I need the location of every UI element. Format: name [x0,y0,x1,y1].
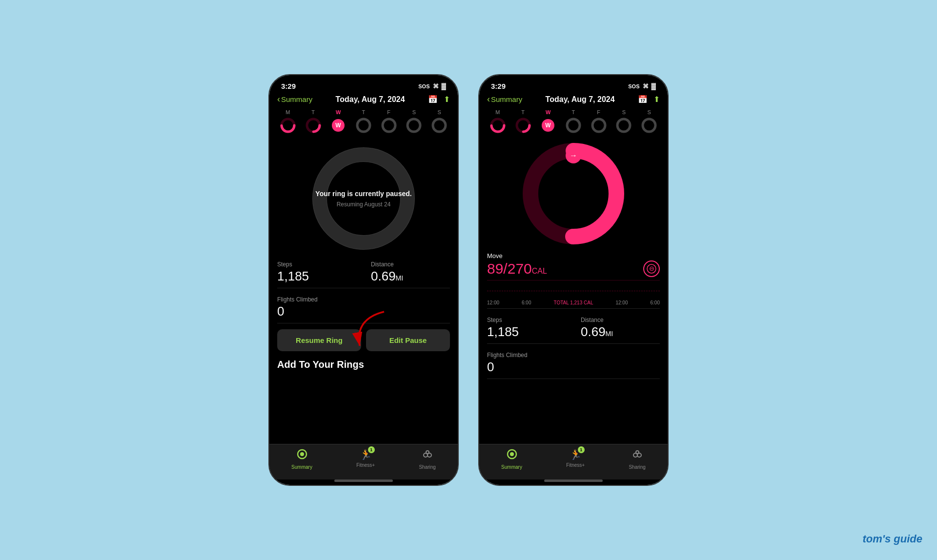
ring-resuming-text: Resuming August 24 [315,201,411,208]
sharing-icon-left [422,448,433,463]
distance-label-right: Distance [581,317,660,323]
content-left: Your ring is currently paused. Resuming … [269,136,458,444]
day-item-f-right[interactable]: F [590,109,608,134]
day-item-t2-left[interactable]: T [355,109,372,134]
svg-point-17 [426,451,429,454]
header-right: ‹ Summary Today, Aug 7, 2024 📅 ⬆ [479,92,668,107]
back-label-left[interactable]: Summary [281,95,312,103]
day-item-w-left[interactable]: W W [329,109,347,134]
tab-sharing-left[interactable]: Sharing [419,448,435,470]
move-section: Move 89/270CAL ⊖ [487,247,660,280]
tab-fitness-right[interactable]: 🏃 1 Fitness+ [566,448,585,470]
flights-row-right: Flights Climbed 0 [487,348,660,379]
battery-icon-right: ▓ [652,82,656,90]
share-icon-left[interactable]: ⬆ [444,95,450,104]
fitness-icon-right: 🏃 1 [570,448,582,461]
distance-stat-right: Distance 0.69MI [581,317,660,340]
day-item-s2-left[interactable]: S [430,109,448,134]
back-button-left[interactable]: ‹ Summary [277,94,312,104]
chart-labels: 12:00 6:00 TOTAL 1,213 CAL 12:00 6:00 [487,300,660,305]
tab-summary-label-right: Summary [501,464,522,470]
sos-left: SOS [418,83,429,89]
chevron-left-icon-left: ‹ [277,94,280,104]
day-item-w-right[interactable]: W W [539,109,557,134]
flights-row-left: Flights Climbed 0 [277,292,450,323]
status-bar-left: 3:29 SOS ⌘ ▓ [269,75,458,92]
steps-label-left: Steps [277,261,356,268]
svg-text:⊖: ⊖ [649,265,654,272]
header-title-right: Today, Aug 7, 2024 [526,95,634,104]
ring-tip-arrow: → [566,148,581,163]
tab-summary-left[interactable]: Summary [291,448,312,470]
tab-fitness-label-left: Fitness+ [356,462,375,468]
day-item-t1-right[interactable]: T [514,109,532,134]
sharing-icon-right [631,448,643,463]
svg-text:W: W [546,122,551,129]
chart-total: TOTAL 1,213 CAL [554,300,593,305]
add-rings-title: Add To Your Rings [277,359,450,370]
edit-pause-button[interactable]: Edit Pause [366,329,450,351]
day-item-t1-left[interactable]: T [305,109,322,134]
summary-icon-right [506,448,518,463]
flights-label-right: Flights Climbed [487,352,660,359]
stats-row-right: Steps 1,185 Distance 0.69MI [487,313,660,344]
svg-point-14 [300,452,304,456]
move-label: Move [487,252,660,260]
day-item-t2-right[interactable]: T [565,109,582,134]
tab-summary-right[interactable]: Summary [501,448,522,470]
wifi-icon-left: ⌘ [433,83,439,90]
day-item-f-left[interactable]: F [380,109,398,134]
back-button-right[interactable]: ‹ Summary [487,94,522,104]
ring-paused-container: Your ring is currently paused. Resuming … [277,140,450,257]
week-strip-left: M T [269,107,458,136]
move-edit-button[interactable]: ⊖ [643,260,660,277]
calendar-icon-left[interactable]: 📅 [428,95,438,104]
flights-label-left: Flights Climbed [277,296,450,303]
tab-fitness-left[interactable]: 🏃 1 Fitness+ [356,448,375,470]
tab-summary-label-left: Summary [291,464,312,470]
header-icons-left: 📅 ⬆ [428,95,450,104]
move-value-text: 89/270CAL [487,260,547,277]
distance-value-right: 0.69MI [581,324,660,340]
sos-right: SOS [628,83,639,89]
chart-label-1: 12:00 [487,300,499,305]
left-phone: 3:29 SOS ⌘ ▓ ‹ Summary Today, Aug 7, 202… [268,74,459,486]
status-icons-right: SOS ⌘ ▓ [628,82,656,90]
svg-point-7 [383,119,395,132]
calendar-icon-right[interactable]: 📅 [638,95,648,104]
steps-label-right: Steps [487,317,566,323]
back-label-right[interactable]: Summary [491,95,522,103]
right-phone: 3:29 SOS ⌘ ▓ ‹ Summary Today, Aug 7, 202… [478,74,669,486]
tab-bar-right: Summary 🏃 1 Fitness+ [479,444,668,480]
steps-value-right: 1,185 [487,324,566,340]
day-item-s1-right[interactable]: S [615,109,632,134]
stats-row-left: Steps 1,185 Distance 0.69MI [277,257,450,288]
content-right: → Move 89/270CAL ⊖ [479,136,668,444]
day-item-m-left[interactable]: M [279,109,297,134]
chart-section: 12:00 6:00 TOTAL 1,213 CAL 12:00 6:00 [487,280,660,309]
fitness-badge-right: 1 [578,446,585,453]
day-item-s2-right[interactable]: S [640,109,658,134]
distance-value-left: 0.69MI [371,269,450,284]
summary-icon-left [296,448,308,463]
week-strip-right: M T [479,107,668,136]
ring-paused-text: Your ring is currently paused. [315,189,411,199]
buttons-row: Resume Ring Edit Pause [277,329,450,351]
day-item-s1-left[interactable]: S [405,109,423,134]
resume-ring-button[interactable]: Resume Ring [277,329,361,351]
svg-point-9 [433,119,446,132]
header-title-left: Today, Aug 7, 2024 [316,95,424,104]
phones-container: 3:29 SOS ⌘ ▓ ‹ Summary Today, Aug 7, 202… [268,74,669,486]
day-item-m-right[interactable]: M [489,109,507,134]
ring-active-container: → [487,140,660,247]
chart-line [487,283,660,298]
flights-value-left: 0 [277,304,450,319]
move-value-row: 89/270CAL ⊖ [487,260,660,277]
status-time-left: 3:29 [281,82,296,90]
header-icons-right: 📅 ⬆ [638,95,660,104]
chart-label-3: 12:00 [615,300,628,305]
chevron-left-icon-right: ‹ [487,94,490,104]
tab-sharing-right[interactable]: Sharing [629,448,645,470]
home-indicator-right [544,480,603,482]
share-icon-right[interactable]: ⬆ [653,95,660,104]
